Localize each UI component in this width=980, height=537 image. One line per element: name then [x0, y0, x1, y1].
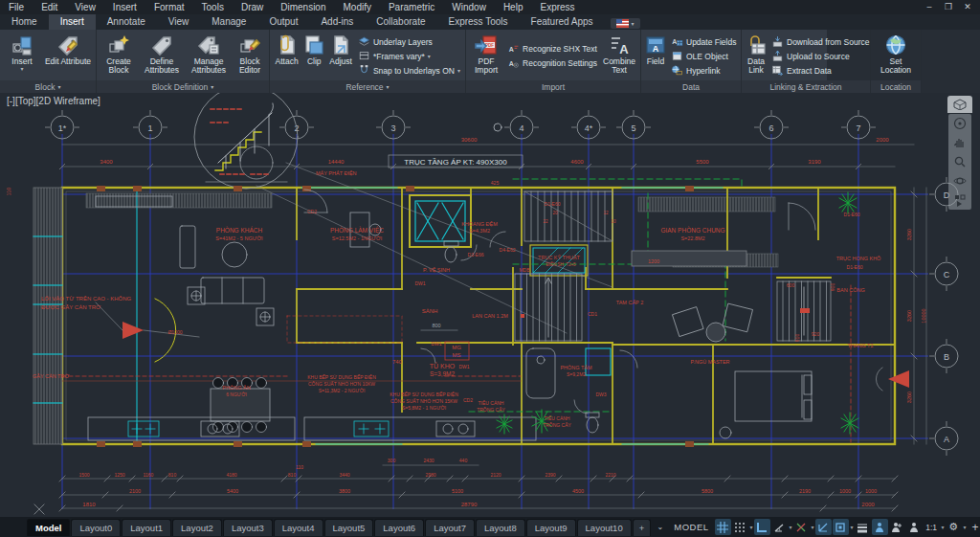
panel-title-linking[interactable]: Linking & Extraction	[742, 80, 870, 93]
menu-parametric[interactable]: Parametric	[380, 0, 443, 14]
layout-tab-layout8[interactable]: Layout8	[476, 519, 525, 536]
minimize-button[interactable]: –	[921, 0, 938, 14]
layout-tab-layout2[interactable]: Layout2	[172, 519, 222, 536]
menu-file[interactable]: File	[0, 0, 33, 14]
layout-tab-layout1[interactable]: Layout1	[122, 519, 171, 536]
snap-to-underlays-button[interactable]: Snap to Underlays ON ▾	[356, 64, 462, 78]
chevron-down-icon[interactable]: ▾	[942, 524, 945, 530]
layout-tab-layout7[interactable]: Layout7	[425, 519, 475, 536]
annotation-scale-icon[interactable]	[906, 519, 923, 535]
download-from-source-button[interactable]: Download from Source	[769, 35, 871, 49]
insert-button[interactable]: Insert ▾	[3, 32, 41, 80]
attach-button[interactable]: Attach	[273, 32, 301, 80]
ribbon-tab-manage[interactable]: Manage	[200, 14, 257, 30]
panel-title-import[interactable]: Import	[466, 80, 640, 93]
panel-title-block-definition[interactable]: Block Definition▾	[97, 80, 269, 93]
close-button[interactable]: ✕	[959, 0, 976, 14]
ribbon-tab-add-ins[interactable]: Add-ins	[309, 14, 365, 30]
ribbon-tab-output[interactable]: Output	[257, 14, 309, 30]
menu-insert[interactable]: Insert	[104, 0, 145, 14]
frames-vary-button[interactable]: *Frames vary* ▾	[356, 50, 462, 63]
annotation-scale-value[interactable]: 1:1	[924, 519, 940, 535]
annotation-visibility-toggle[interactable]	[872, 519, 888, 535]
menu-view[interactable]: View	[66, 0, 104, 14]
adjust-button[interactable]: Adjust	[327, 32, 354, 80]
recognition-settings-button[interactable]: A Recognition Settings	[505, 56, 599, 70]
object-snap-toggle[interactable]	[833, 519, 849, 535]
ribbon-tab-express-tools[interactable]: Express Tools	[436, 14, 519, 30]
layout-tab-layout0[interactable]: Layout0	[71, 519, 121, 536]
ribbon-tab-collaborate[interactable]: Collaborate	[365, 14, 436, 30]
menu-tools[interactable]: Tools	[193, 0, 233, 14]
lineweight-toggle[interactable]	[855, 519, 871, 535]
create-block-button[interactable]: Create Block	[100, 32, 138, 80]
data-link-button[interactable]: Data Link	[745, 32, 768, 80]
menu-draw[interactable]: Draw	[233, 0, 272, 14]
menu-edit[interactable]: Edit	[33, 0, 66, 14]
layout-tab-layout5[interactable]: Layout5	[324, 519, 374, 536]
model-space-indicator[interactable]: MODEL	[674, 522, 708, 532]
clip-button[interactable]: Clip	[302, 32, 325, 80]
layout-tab-layout4[interactable]: Layout4	[274, 519, 323, 536]
restore-button[interactable]: ❐	[940, 0, 957, 14]
menu-format[interactable]: Format	[145, 0, 193, 14]
status-expand-icon[interactable]: ⌄	[652, 519, 668, 535]
recognize-shx-button[interactable]: A Recognize SHX Text	[505, 42, 599, 56]
menu-window[interactable]: Window	[443, 0, 495, 14]
hyperlink-button[interactable]: Hyperlink	[669, 64, 738, 78]
edit-attribute-button[interactable]: Edit Attribute	[43, 32, 93, 80]
layout-tab-layout6[interactable]: Layout6	[374, 519, 424, 536]
chevron-down-icon[interactable]: ▾	[790, 524, 792, 530]
layout-tab-layout3[interactable]: Layout3	[223, 519, 273, 536]
chevron-down-icon[interactable]: ▾	[964, 524, 967, 530]
language-flag-button[interactable]: ▾	[611, 18, 640, 29]
extract-data-button[interactable]: Extract Data	[769, 64, 871, 78]
ribbon-tab-home[interactable]: Home	[0, 14, 49, 30]
snap-mode-toggle[interactable]	[732, 519, 748, 535]
menu-express[interactable]: Express	[531, 0, 583, 14]
showmotion-icon[interactable]	[953, 193, 967, 207]
object-snap-tracking-toggle[interactable]	[815, 519, 832, 535]
panel-title-data[interactable]: Data	[641, 80, 741, 93]
layout-tab-layout10[interactable]: Layout10	[577, 519, 632, 536]
field-button[interactable]: A Field	[644, 32, 667, 80]
block-editor-button[interactable]: Block Editor	[234, 32, 266, 80]
layout-tab-model[interactable]: Model	[27, 519, 70, 536]
set-location-button[interactable]: Set Location	[874, 32, 918, 80]
ole-object-button[interactable]: OLE Object	[669, 50, 738, 63]
orbit-icon[interactable]	[953, 174, 967, 188]
chevron-down-icon[interactable]: ▾	[851, 524, 854, 530]
define-attributes-button[interactable]: Define Attributes	[140, 32, 184, 80]
panel-title-block[interactable]: Block▾	[0, 80, 96, 93]
pdf-import-button[interactable]: PDF PDF Import	[469, 32, 503, 80]
ribbon-tab-annotate[interactable]: Annotate	[96, 14, 157, 30]
viewcube-home-button[interactable]	[947, 96, 972, 113]
drawing-canvas[interactable]: 1*12344*567DCBA	[0, 93, 980, 517]
menu-help[interactable]: Help	[495, 0, 532, 14]
ribbon-tab-view[interactable]: View	[157, 14, 201, 30]
layout-tab-layout9[interactable]: Layout9	[526, 519, 576, 536]
update-fields-button[interactable]: A Update Fields	[669, 35, 738, 49]
manage-attributes-button[interactable]: Manage Attributes	[186, 32, 232, 80]
full-navigation-wheel-icon[interactable]	[953, 117, 967, 130]
menu-modify[interactable]: Modify	[335, 0, 380, 14]
underlay-layers-button[interactable]: Underlay Layers	[356, 35, 462, 49]
menu-dimension[interactable]: Dimension	[272, 0, 334, 14]
ribbon-tab-insert[interactable]: Insert	[49, 14, 96, 30]
chevron-down-icon[interactable]: ▾	[750, 524, 753, 530]
panel-title-reference[interactable]: Reference▾	[270, 80, 465, 93]
autoscale-toggle[interactable]	[889, 519, 905, 535]
polar-tracking-toggle[interactable]	[771, 519, 788, 535]
chevron-down-icon[interactable]: ▾	[812, 524, 814, 530]
combine-text-button[interactable]: A Combine Text	[601, 32, 637, 80]
isometric-drafting-toggle[interactable]	[793, 519, 810, 535]
grid-display-toggle[interactable]	[715, 519, 731, 535]
ortho-mode-toggle[interactable]	[754, 519, 770, 535]
new-layout-button[interactable]: +	[633, 519, 652, 536]
ribbon-tab-featured-apps[interactable]: Featured Apps	[520, 14, 605, 30]
zoom-icon[interactable]	[953, 155, 967, 168]
panel-title-location[interactable]: Location	[871, 80, 921, 93]
annotation-monitor-button[interactable]: +	[968, 519, 980, 535]
workspace-switching-button[interactable]: ⚙	[946, 519, 962, 535]
pan-hand-icon[interactable]	[953, 136, 967, 149]
